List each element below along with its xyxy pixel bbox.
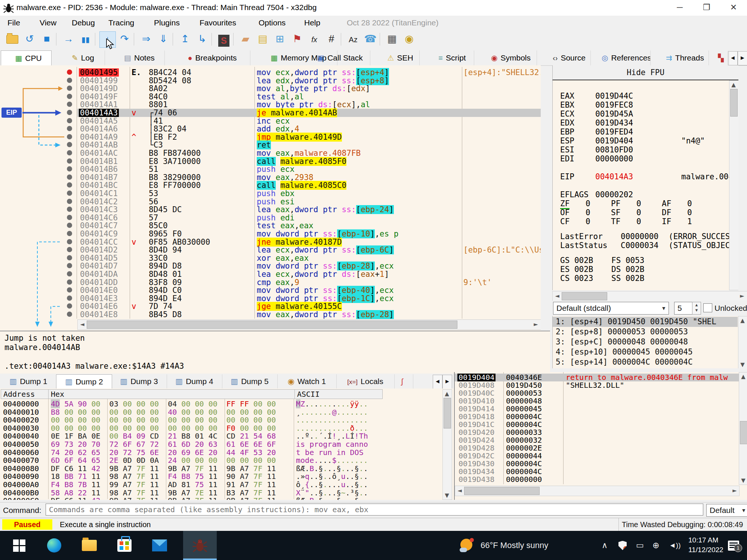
taskbar-x32dbg-icon[interactable]: 32 [183, 531, 217, 560]
string-references-icon[interactable]: # [324, 31, 339, 47]
dump-row[interactable]: 0040005069 73 20 70 72 6F 67 72 61 6D 20… [0, 440, 454, 448]
tab-threads[interactable]: ⇉Threads [657, 50, 709, 65]
dump-row[interactable]: 004000C0DF C6 11 42 9B A7 7F 11 9B A7 7F… [0, 496, 454, 500]
registers-view[interactable]: EAX0019D44CEBX0019FEC8ECX0019D45AEDX0019… [552, 80, 738, 290]
menu-plugins[interactable]: Plugins [152, 18, 182, 28]
arguments-vertical-scrollbar[interactable]: ▲ ▼ [738, 316, 747, 368]
menu-view[interactable]: View [37, 18, 59, 28]
tab-references[interactable]: ◎References [597, 50, 651, 65]
menu-debug[interactable]: Debug [70, 18, 97, 28]
tab-struct[interactable]: ʃ [394, 374, 413, 389]
weather-icon[interactable] [459, 531, 474, 560]
argument-row[interactable]: 1: [esp+4] 0019D450 0019D450 "SHEL [553, 317, 738, 327]
notification-center-icon[interactable]: 1 [728, 531, 739, 560]
argument-row[interactable]: 4: [esp+10] 00000045 00000045 [553, 347, 738, 357]
menu-tracing[interactable]: Tracing [106, 18, 136, 28]
tab-notes[interactable]: ▤Notes [110, 50, 165, 65]
dump-row[interactable]: 004000004D 5A 90 00 03 00 00 00 04 00 00… [0, 400, 454, 408]
appearance-icon[interactable]: Az [345, 31, 361, 47]
tab-dump-1[interactable]: ▥Dump 1 [1, 374, 56, 389]
start-button[interactable] [7, 531, 31, 560]
dump-row[interactable]: 0040003000 00 00 00 00 00 00 00 00 00 00… [0, 424, 454, 432]
taskbar-file-explorer-icon[interactable] [78, 531, 101, 560]
menu-help[interactable]: Help [302, 18, 322, 28]
tab-watch-1[interactable]: ◉Watch 1 [277, 374, 337, 389]
display-icon[interactable]: ▭ [636, 531, 644, 560]
execute-till-return-icon[interactable]: ↥ [177, 31, 193, 47]
tab-source[interactable]: ‹›Source [543, 50, 591, 65]
hex-dump-view[interactable]: Address Hex ASCII 004000004D 5A 90 00 03… [0, 389, 454, 500]
dump-row[interactable]: 00400010B8 00 00 00 00 00 00 00 40 00 00… [0, 408, 454, 416]
stack-row[interactable]: 0019D41C0000004C [455, 421, 747, 428]
stack-row[interactable]: 0019D43800000000 [455, 476, 747, 483]
stack-row[interactable]: 0019D4080019D450"SHELL32.DLL" [455, 381, 747, 389]
tray-expand-icon[interactable]: ∧ [602, 531, 608, 560]
dump-row[interactable]: 004000A0F4 B8 7B 11 99 A7 7F 11 AD 81 75… [0, 480, 454, 489]
stack-row[interactable]: 0019D4340000004C [455, 468, 747, 476]
tab-dump-5[interactable]: ▥Dump 5 [222, 374, 278, 389]
calculator-icon[interactable]: ▦ [384, 31, 400, 47]
tab-locals[interactable]: [x=]Locals [336, 374, 395, 389]
registers-vertical-scrollbar[interactable]: ▲ [729, 80, 738, 290]
functions-icon[interactable]: fx [306, 31, 322, 47]
comments-icon[interactable]: ▤ [255, 31, 271, 47]
step-over-icon[interactable]: ↷ [117, 31, 132, 47]
menu-favourites[interactable]: Favourites [197, 18, 238, 28]
menu-options[interactable]: Options [256, 18, 288, 28]
step-into-user-icon[interactable]: ↳ [194, 31, 210, 47]
dump-vertical-scrollbar[interactable]: ▲ ▼ [442, 389, 452, 500]
tab-log[interactable]: ✎Log [57, 50, 105, 65]
tab-seh[interactable]: ⚠SEH [377, 50, 420, 65]
preferences-icon[interactable]: ☎ [362, 31, 378, 47]
dump-row[interactable]: 0040009018 BB 71 11 98 A7 7F 11 F4 B8 75… [0, 472, 454, 480]
stack-row[interactable]: 0019D4040040346Ereturn to malware.004034… [455, 374, 747, 381]
maximize-button[interactable]: ❐ [694, 0, 720, 16]
stack-row[interactable]: 0019D4180000004C [455, 413, 747, 421]
analysis-icon[interactable]: ◉ [401, 31, 417, 47]
registers-horizontal-scrollbar[interactable]: ◄ ► [552, 291, 747, 301]
menu-file[interactable]: File [5, 18, 22, 28]
stack-view[interactable]: 0019D4040040346Ereturn to malware.004034… [454, 372, 747, 500]
close-button[interactable]: ✕ [720, 0, 747, 16]
disasm-horizontal-scrollbar[interactable]: ◄ ► [77, 319, 541, 330]
tab-script[interactable]: ≡Script [426, 50, 474, 65]
argument-row[interactable]: 5: [esp+14] 0000004C 0000004C [553, 357, 738, 367]
taskbar-edge-icon[interactable] [43, 531, 66, 560]
tab-call-stack[interactable]: ▣Call Stack [306, 50, 370, 65]
hide-fpu-button[interactable]: Hide FPU [552, 65, 738, 80]
tab-symbols[interactable]: ◉Symbols [481, 50, 537, 65]
taskbar-clock[interactable]: 10:17 AM 11/12/2022 [688, 535, 723, 555]
arguments-view[interactable]: 1: [esp+4] 0019D450 0019D450 "SHEL2: [es… [552, 316, 747, 368]
bookmarks-icon[interactable]: ⚑ [289, 31, 305, 47]
stack-vertical-scrollbar[interactable]: ▲ ▼ [739, 372, 747, 485]
dump-row[interactable]: 004000400E 1F BA 0E 00 B4 09 CD 21 B8 01… [0, 432, 454, 440]
dump-tab-scroll-left-icon[interactable]: ◄ [433, 375, 442, 389]
defender-shield-icon[interactable]: ✕ [618, 531, 627, 560]
command-profile-select[interactable]: Default▼ [706, 504, 747, 517]
tab-breakpoints[interactable]: ●Breakpoints [170, 50, 250, 65]
tab-dump-4[interactable]: ▥Dump 4 [167, 374, 222, 389]
stack-row[interactable]: 0019D42000000033 [455, 428, 747, 436]
open-file-icon[interactable] [4, 31, 20, 47]
dump-row[interactable]: 004000706D 6F 64 65 2E 0D 0D 0A 24 00 00… [0, 456, 454, 464]
stack-row[interactable]: 0019D4280000002E [455, 444, 747, 452]
restart-icon[interactable]: ↺ [22, 31, 37, 47]
dump-row[interactable]: 0040002000 00 00 00 00 00 00 00 00 00 00… [0, 416, 454, 424]
pause-icon[interactable]: ▮▮ [78, 31, 93, 47]
tab-dump-3[interactable]: ▥Dump 3 [111, 374, 167, 389]
calling-convention-select[interactable]: Default (stdcall)▼ [553, 302, 669, 315]
tab-handles[interactable]: ▚ [711, 50, 729, 65]
dump-row[interactable]: 00400080DF C6 11 42 9B A7 7F 11 9B A7 7F… [0, 464, 454, 473]
disassembly-view[interactable]: 00401495E.8B4C24 04mov ecx,dword ptr ss:… [0, 65, 541, 331]
labels-icon[interactable]: ⊞ [272, 31, 288, 47]
patches-icon[interactable]: ▰ [238, 31, 253, 47]
argument-row[interactable]: 2: [esp+8] 00000053 00000053 [553, 327, 738, 337]
argument-row[interactable]: 3: [esp+C] 00000048 00000048 [553, 337, 738, 347]
run-icon[interactable]: → [61, 31, 76, 47]
command-input[interactable] [46, 504, 703, 516]
step-out-icon[interactable]: ⇓ [155, 31, 171, 47]
tab-scroll-right-icon[interactable]: ► [738, 51, 747, 65]
tab-dump-2[interactable]: ▥Dump 2 [56, 374, 112, 389]
stack-row[interactable]: 0019D41400000045 [455, 405, 747, 413]
stop-icon[interactable]: ■ [39, 31, 55, 47]
